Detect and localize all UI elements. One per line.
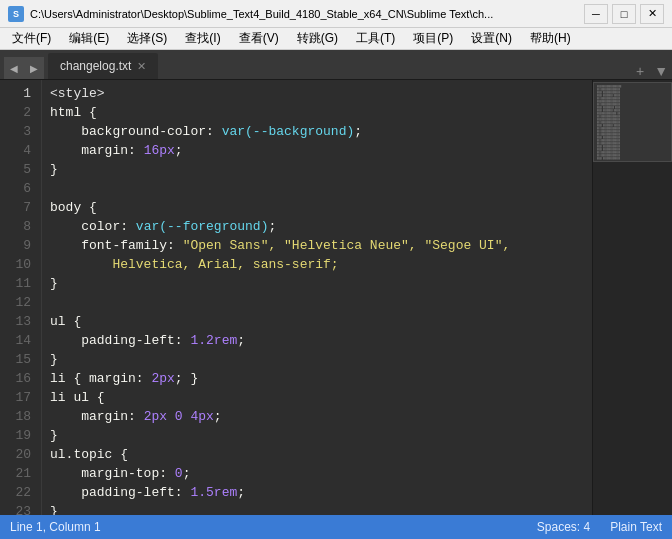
line-number-17: 17 [0,388,31,407]
line-number-6: 6 [0,179,31,198]
line-number-4: 4 [0,141,31,160]
token: ; [268,217,276,236]
code-line-4: margin: 16px; [50,141,584,160]
syntax-indicator[interactable]: Plain Text [610,520,662,534]
tab-close-button[interactable]: ✕ [137,60,146,73]
token: } [50,274,58,293]
menu-item-查找i[interactable]: 查找(I) [177,28,228,49]
token: } [50,350,58,369]
app-icon: S [8,6,24,22]
maximize-button[interactable]: □ [612,4,636,24]
code-line-17: li ul { [50,388,584,407]
menu-item-设置n[interactable]: 设置(N) [463,28,520,49]
token: } [50,426,58,445]
code-line-3: background-color: var(--background); [50,122,584,141]
code-line-20: ul.topic { [50,445,584,464]
menu-item-工具t[interactable]: 工具(T) [348,28,403,49]
editor-container: 1234567891011121314151617181920212223242… [0,80,672,515]
token: html { [50,103,97,122]
tab-dropdown-button[interactable]: ▼ [654,63,668,79]
code-line-7: body { [50,198,584,217]
menu-item-编辑e[interactable]: 编辑(E) [61,28,117,49]
line-number-20: 20 [0,445,31,464]
cursor-position[interactable]: Line 1, Column 1 [10,520,101,534]
status-left: Line 1, Column 1 [10,520,101,534]
line-number-19: 19 [0,426,31,445]
token: var(--background) [222,122,355,141]
token: 1.5rem [190,483,237,502]
token: li { margin: [50,369,151,388]
menu-item-查看v[interactable]: 查看(V) [231,28,287,49]
minimap[interactable]: ████████████████████ ██ ████████████████… [592,80,672,515]
line-number-14: 14 [0,331,31,350]
line-number-2: 2 [0,103,31,122]
token: body { [50,198,97,217]
line-number-22: 22 [0,483,31,502]
code-line-12 [50,293,584,312]
line-number-10: 10 [0,255,31,274]
token: ; [237,331,245,350]
menu-item-文件f[interactable]: 文件(F) [4,28,59,49]
spaces-indicator[interactable]: Spaces: 4 [537,520,590,534]
code-line-13: ul { [50,312,584,331]
token: 2px [151,369,174,388]
token: Helvetica, Arial, sans-serif; [50,255,339,274]
code-line-5: } [50,160,584,179]
close-button[interactable]: ✕ [640,4,664,24]
token: 2px 0 4px [144,407,214,426]
line-number-11: 11 [0,274,31,293]
code-line-22: padding-left: 1.5rem; [50,483,584,502]
code-line-14: padding-left: 1.2rem; [50,331,584,350]
line-number-15: 15 [0,350,31,369]
menu-item-选择s[interactable]: 选择(S) [119,28,175,49]
status-right: Spaces: 4 Plain Text [537,520,662,534]
menu-item-帮助h[interactable]: 帮助(H) [522,28,579,49]
line-number-23: 23 [0,502,31,515]
minimap-viewport [593,82,672,162]
token: 16px [144,141,175,160]
token: margin: [50,407,144,426]
token: padding-left: [50,483,190,502]
tab-bar: ◀ ▶ changelog.txt ✕ + ▼ [0,50,672,80]
title-bar: S C:\Users\Administrator\Desktop\Sublime… [0,0,672,28]
line-number-3: 3 [0,122,31,141]
tab-next-button[interactable]: ▶ [24,57,44,79]
code-line-8: color: var(--foreground); [50,217,584,236]
line-number-16: 16 [0,369,31,388]
tab-changelog[interactable]: changelog.txt ✕ [48,53,158,79]
token: ; [175,141,183,160]
token: ; [183,464,191,483]
code-line-10: Helvetica, Arial, sans-serif; [50,255,584,274]
tab-label: changelog.txt [60,59,131,73]
tab-nav: ◀ ▶ [4,57,44,79]
line-number-12: 12 [0,293,31,312]
code-line-18: margin: 2px 0 4px; [50,407,584,426]
code-line-19: } [50,426,584,445]
window-title: C:\Users\Administrator\Desktop\Sublime_T… [30,8,493,20]
line-number-7: 7 [0,198,31,217]
code-area[interactable]: <style>html { background-color: var(--ba… [42,80,592,515]
line-number-8: 8 [0,217,31,236]
token: ; [237,483,245,502]
title-bar-left: S C:\Users\Administrator\Desktop\Sublime… [8,6,493,22]
line-number-1: 1 [0,84,31,103]
token: ; [354,122,362,141]
code-line-11: } [50,274,584,293]
window-controls: ─ □ ✕ [584,4,664,24]
token: } [50,502,58,515]
tab-prev-button[interactable]: ◀ [4,57,24,79]
app-window: S C:\Users\Administrator\Desktop\Sublime… [0,0,672,539]
token: } [50,160,58,179]
token: li ul { [50,388,105,407]
menu-bar: 文件(F)编辑(E)选择(S)查找(I)查看(V)转跳(G)工具(T)项目(P)… [0,28,672,50]
token: var(--foreground) [136,217,269,236]
token: ; } [175,369,198,388]
menu-item-转跳g[interactable]: 转跳(G) [289,28,346,49]
minimize-button[interactable]: ─ [584,4,608,24]
menu-item-项目p[interactable]: 项目(P) [405,28,461,49]
tab-add-button[interactable]: + [630,63,650,79]
token: 0 [175,464,183,483]
code-line-21: margin-top: 0; [50,464,584,483]
token: ; [214,407,222,426]
code-line-23: } [50,502,584,515]
